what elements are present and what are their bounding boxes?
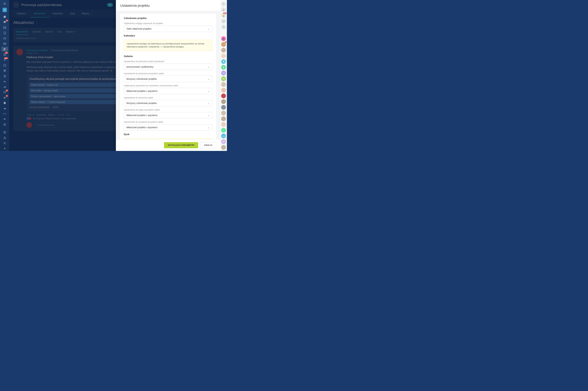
nav-cart-icon[interactable] xyxy=(1,74,8,78)
contact-avatar[interactable] xyxy=(221,88,226,93)
contact-avatar[interactable]: 1 xyxy=(221,42,226,47)
svg-rect-12 xyxy=(4,54,6,56)
nav-feed-icon[interactable] xyxy=(1,14,8,19)
tab-more[interactable]: Więcej ⌄ xyxy=(78,10,95,17)
contact-initials[interactable]: CZ xyxy=(221,71,226,75)
contact-avatar[interactable] xyxy=(221,111,226,115)
poll-revote-button[interactable]: GŁOSUJ PONOWNIE xyxy=(29,106,49,108)
nav-pi-icon[interactable]: PI xyxy=(1,117,8,121)
nav-more-icon[interactable] xyxy=(1,122,8,127)
cancel-button[interactable]: ANULUJ xyxy=(200,142,216,148)
composer-tab-poll[interactable]: ANKIETA xyxy=(45,29,54,35)
nav-automation-icon[interactable]: 1 xyxy=(1,95,8,100)
contact-avatar[interactable] xyxy=(221,122,226,127)
svg-rect-17 xyxy=(4,87,4,88)
project-title: Promocja październikowa xyxy=(21,3,62,7)
task-permission-select[interactable]: Właściciel projektu i asystenci⌄ xyxy=(124,112,212,118)
nav-mail-icon[interactable] xyxy=(1,41,8,46)
nav-code-icon[interactable] xyxy=(1,111,8,116)
contact-avatar[interactable] xyxy=(221,116,226,121)
svg-point-29 xyxy=(4,143,5,144)
nav-store-icon[interactable] xyxy=(1,63,8,68)
invite-permission-select[interactable]: Tylko właściciel projektu⌄ xyxy=(124,26,212,32)
contact-app-icon[interactable]: 💬 xyxy=(221,59,226,64)
composer-tab-message[interactable]: WIADOMOŚĆ xyxy=(16,29,28,35)
close-panel-pill[interactable] xyxy=(107,3,113,7)
nav-groups-icon[interactable] xyxy=(1,47,8,51)
tab-calendar[interactable]: Kalendarz xyxy=(49,10,67,17)
nav-chart-icon[interactable] xyxy=(1,106,8,111)
tab-news[interactable]: Aktualności xyxy=(30,10,49,17)
task-permission-select[interactable]: Właściciel projektu i asystenci⌄ xyxy=(124,88,212,94)
poll-stop-button[interactable]: STOP xyxy=(53,106,58,108)
post-author-link[interactable]: Katarzyna Kowalska xyxy=(26,49,48,52)
contact-group-icon[interactable]: 👥 xyxy=(221,36,226,41)
add-icon[interactable] xyxy=(1,146,8,151)
contact-avatar[interactable] xyxy=(221,145,226,150)
contact-avatar[interactable] xyxy=(221,99,226,104)
composer-tab-file[interactable]: PLIK xyxy=(58,29,62,35)
nav-book-icon[interactable] xyxy=(1,100,8,105)
copilot-button[interactable]: CoPilot xyxy=(57,113,64,116)
contact-app-icon[interactable]: 🪪 xyxy=(221,134,226,138)
contact-avatar[interactable] xyxy=(221,94,226,98)
collapse-button[interactable] xyxy=(2,8,7,12)
task-permission-select[interactable]: Wszyscy członkowie projektu⌄ xyxy=(124,100,212,106)
nav-drive-icon[interactable] xyxy=(1,36,8,41)
left-navigation-rail: 1 77 99+ 2 1 PI xyxy=(0,0,9,151)
chevron-down-icon: ⌄ xyxy=(208,78,210,80)
settings-icon[interactable] xyxy=(1,141,8,146)
nav-company-icon[interactable]: 2 xyxy=(1,90,8,95)
task-permission-select[interactable]: Właściciel projektu i asystenci⌄ xyxy=(124,124,212,131)
settings-header: Ustawienia projektu xyxy=(116,0,220,11)
contact-avatar[interactable] xyxy=(221,48,226,53)
contact-initials[interactable]: OP xyxy=(221,139,226,144)
comment-button[interactable]: Komentuj xyxy=(36,113,46,116)
post-project-link[interactable]: Promocja październikowa xyxy=(51,49,78,52)
copilot-circle-icon[interactable]: ◎ xyxy=(221,7,226,12)
contact-initials[interactable]: JW xyxy=(221,76,226,81)
contact-avatar[interactable] xyxy=(221,54,226,58)
settings-body[interactable]: Członkowie projektu Użytkownicy mogący z… xyxy=(116,11,220,139)
nav-marketing-icon[interactable] xyxy=(1,68,8,73)
contact-avatar[interactable] xyxy=(221,82,226,87)
svg-point-13 xyxy=(4,70,6,72)
save-button[interactable]: AKTUALIZUJ PARAMETRY xyxy=(164,142,198,148)
drive-section-title: Dysk xyxy=(124,133,212,136)
composer-tab-task[interactable]: ZADANIE xyxy=(32,29,41,35)
task-permission-select[interactable]: Wszyscy członkowie projektu⌄ xyxy=(124,76,212,82)
like-button[interactable]: Lubię to xyxy=(26,113,34,116)
contact-app-icon[interactable]: 📋 xyxy=(221,65,226,70)
reaction-emojis-icon[interactable] xyxy=(26,117,31,120)
sitemap-icon[interactable] xyxy=(1,135,8,140)
svg-rect-18 xyxy=(4,87,5,88)
favorite-star-icon[interactable]: ☆ xyxy=(36,21,38,24)
nav-messenger-icon[interactable]: 1 xyxy=(1,20,8,25)
nav-bi-icon[interactable] xyxy=(1,85,8,89)
nav-calendar-icon[interactable] xyxy=(1,25,8,30)
chevron-down-icon: ⌄ xyxy=(208,27,210,30)
chevron-down-icon: ⌄ xyxy=(90,12,92,15)
nav-documents-icon[interactable] xyxy=(1,31,8,35)
post-more-button[interactable]: Więcej xyxy=(48,113,55,116)
tab-tasks[interactable]: Zadania › xyxy=(13,10,30,17)
nav-sign-icon[interactable] xyxy=(1,79,8,84)
post-author-avatar[interactable] xyxy=(16,49,23,55)
contact-avatar[interactable] xyxy=(221,105,226,110)
reactions-text[interactable]: Ty, Krzysztof Wojciechowski i Ela Grabow… xyxy=(32,117,76,120)
contact-app-icon[interactable]: ✓ xyxy=(221,128,226,133)
task-permission-label: Uprawnienie do edycji wszystkich zadań xyxy=(124,109,212,111)
help-icon[interactable] xyxy=(1,130,8,135)
hamburger-icon[interactable] xyxy=(1,1,8,6)
tab-drive[interactable]: Dysk xyxy=(67,10,78,17)
nav-tasks-icon[interactable]: 77 xyxy=(1,52,8,57)
nav-crm-icon[interactable]: 99+ xyxy=(1,58,8,62)
composer-tab-more[interactable]: WIĘCEJ ▾ xyxy=(66,29,75,35)
members-section-title: Członkowie projektu xyxy=(124,17,212,19)
chat-circle-icon[interactable]: 💬 xyxy=(221,19,226,23)
help-circle-icon[interactable]: ? xyxy=(221,2,226,6)
task-permission-select[interactable]: autoryzowani użytkownicy⌄ xyxy=(124,64,212,70)
notifications-icon[interactable]: 🔔99+ xyxy=(221,13,226,18)
search-circle-icon[interactable]: 🔍 xyxy=(221,25,226,29)
invite-field-label: Użytkownicy mogący zapraszać do projektu xyxy=(124,22,212,25)
